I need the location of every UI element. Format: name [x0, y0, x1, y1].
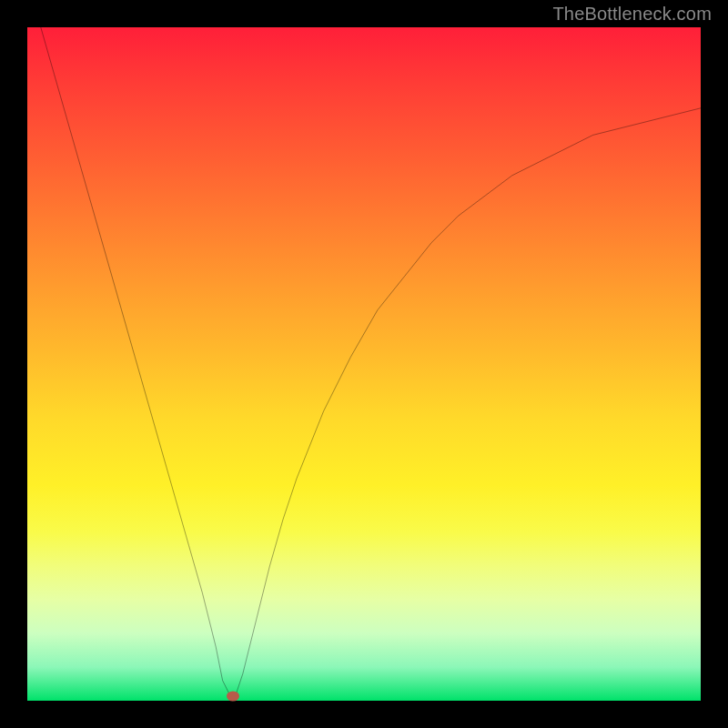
minimum-marker	[227, 691, 239, 701]
chart-frame: TheBottleneck.com	[0, 0, 728, 728]
bottleneck-curve-path	[41, 27, 701, 694]
plot-area	[27, 27, 701, 701]
curve-svg	[27, 27, 701, 701]
watermark-text: TheBottleneck.com	[552, 4, 712, 25]
